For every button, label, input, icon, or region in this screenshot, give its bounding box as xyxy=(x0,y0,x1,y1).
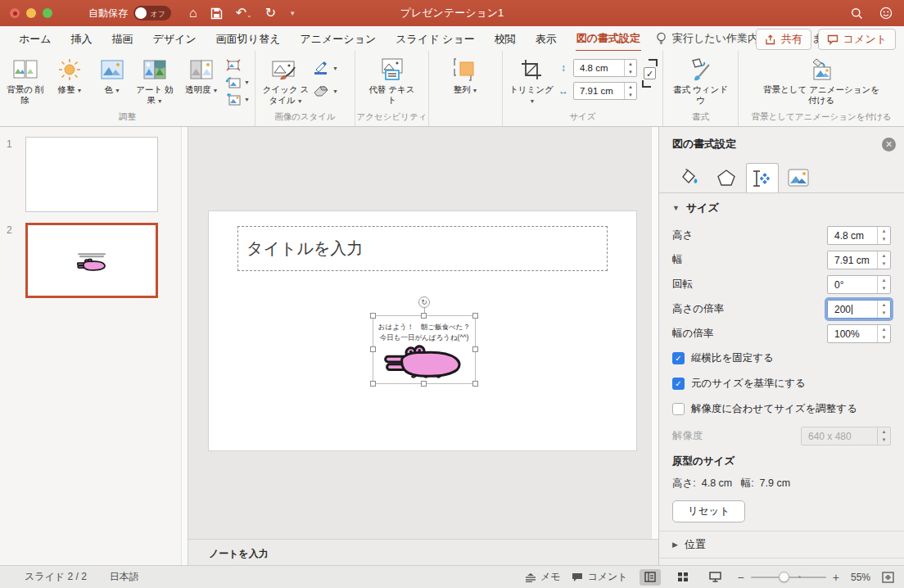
height-value[interactable]: 4.8 cm xyxy=(828,227,877,244)
tab-picture-format[interactable]: 図の書式設定 xyxy=(576,26,641,52)
shape-width-field[interactable]: 7.91 cm ▲▼ xyxy=(573,82,637,100)
resize-handle-ne[interactable] xyxy=(472,313,478,319)
zoom-in-button[interactable]: + xyxy=(833,571,839,584)
width-value[interactable]: 7.91 cm xyxy=(828,251,877,269)
best-scale-row[interactable]: 解像度に合わせてサイズを調整する xyxy=(659,396,904,422)
change-picture-button[interactable]: ▼ xyxy=(226,75,250,89)
title-placeholder[interactable]: タイトルを入力 xyxy=(237,226,608,271)
redo-button[interactable]: ↻ xyxy=(265,7,276,20)
language-indicator[interactable]: 日本語 xyxy=(110,570,139,584)
rotation-field[interactable]: 0° ▲▼ xyxy=(827,275,891,294)
rotation-handle[interactable]: ↻ xyxy=(418,296,430,308)
zoom-out-button[interactable]: − xyxy=(738,571,744,584)
animate-as-background-button[interactable]: 背景として アニメーションを付ける xyxy=(760,56,883,106)
slide-1-thumbnail[interactable] xyxy=(25,137,158,212)
editor-scrollbar[interactable] xyxy=(651,127,658,539)
scale-height-stepper[interactable]: ▲▼ xyxy=(877,301,890,318)
resize-handle-s[interactable] xyxy=(421,381,427,387)
crop-button[interactable]: トリミング▼ xyxy=(508,56,555,106)
tab-slideshow[interactable]: スライド ショー xyxy=(395,27,475,51)
account-icon[interactable] xyxy=(879,7,893,20)
lock-aspect-ratio-row[interactable]: ✓ 縦横比を固定する xyxy=(659,346,904,371)
save-icon[interactable] xyxy=(210,7,223,20)
notes-toggle[interactable]: メモ xyxy=(525,570,561,584)
art-effects-button[interactable]: アート 効果▼ xyxy=(132,56,177,106)
lock-aspect-ratio-checkbox[interactable]: ✓ xyxy=(672,352,685,364)
resize-handle-e[interactable] xyxy=(472,346,478,352)
maximize-window-button[interactable] xyxy=(43,8,52,18)
scale-width-stepper[interactable]: ▲▼ xyxy=(877,325,890,342)
arrange-button[interactable]: 整列▼ xyxy=(441,56,491,95)
scale-height-field[interactable]: 200 ▲▼ xyxy=(827,300,891,319)
slideshow-view-button[interactable] xyxy=(705,569,726,586)
shape-height-field[interactable]: 4.8 cm ▲▼ xyxy=(573,59,637,77)
thumbnail-scrollbar[interactable] xyxy=(181,127,188,565)
scale-width-value[interactable]: 100% xyxy=(828,325,877,342)
scale-height-value[interactable]: 200 xyxy=(828,301,877,318)
resize-handle-sw[interactable] xyxy=(370,381,376,387)
rotation-value[interactable]: 0° xyxy=(828,276,877,293)
shape-height-stepper[interactable]: ▲▼ xyxy=(624,60,636,76)
tab-review[interactable]: 校閲 xyxy=(494,27,517,51)
width-field[interactable]: 7.91 cm ▲▼ xyxy=(827,251,891,269)
height-stepper[interactable]: ▲▼ xyxy=(877,227,890,244)
background-removal-button[interactable]: 背景の 削除 xyxy=(5,56,46,106)
reset-button[interactable]: リセット xyxy=(672,500,745,522)
compress-pictures-button[interactable] xyxy=(226,57,250,72)
undo-button[interactable]: ↶⌄ xyxy=(236,7,252,20)
pane-tab-effects[interactable] xyxy=(710,163,743,192)
tab-insert[interactable]: 挿入 xyxy=(70,27,93,51)
notes-pane[interactable]: ノートを入力 xyxy=(188,539,658,565)
picture-effects-button[interactable]: ▼ xyxy=(313,84,338,98)
zoom-slider-knob[interactable] xyxy=(779,572,789,582)
slide-2-thumbnail[interactable] xyxy=(25,223,158,298)
pane-tab-picture[interactable] xyxy=(782,163,815,192)
comments-button[interactable]: コメント xyxy=(818,29,896,50)
slide-sorter-view-button[interactable] xyxy=(672,569,694,586)
tab-view[interactable]: 表示 xyxy=(535,27,558,51)
relative-to-original-checkbox[interactable]: ✓ xyxy=(672,378,685,390)
position-section-header[interactable]: ▶ 位置 xyxy=(659,531,904,558)
resize-handle-n[interactable] xyxy=(421,313,427,319)
relative-to-original-row[interactable]: ✓ 元のサイズを基準にする xyxy=(659,371,904,396)
format-pane-button[interactable]: 書式 ウィンドウ xyxy=(672,56,730,106)
close-window-button[interactable] xyxy=(10,8,20,18)
slide-canvas[interactable]: タイトルを入力 ↻ おはよう！ 朝ご飯食べた？ 今日も一日がんばろうね(^^) xyxy=(209,211,636,450)
tab-draw[interactable]: 描画 xyxy=(111,27,134,51)
tab-home[interactable]: ホーム xyxy=(18,27,52,51)
zoom-slider-track[interactable] xyxy=(751,577,826,578)
transparency-button[interactable]: 透明度▼ xyxy=(179,56,224,95)
minimize-window-button[interactable] xyxy=(26,8,36,18)
fit-to-window-button[interactable] xyxy=(882,572,894,583)
search-icon[interactable] xyxy=(851,7,863,20)
shape-height-value[interactable]: 4.8 cm xyxy=(574,60,624,76)
shape-width-stepper[interactable]: ▲▼ xyxy=(624,83,636,99)
height-field[interactable]: 4.8 cm ▲▼ xyxy=(827,226,891,245)
lock-aspect-checkbox[interactable]: ✓ xyxy=(644,67,656,79)
resize-handle-nw[interactable] xyxy=(370,313,376,319)
color-button[interactable]: 色▼ xyxy=(94,56,130,95)
lock-aspect-ratio-control[interactable]: ✓ xyxy=(642,56,658,88)
share-button[interactable]: 共有 xyxy=(756,29,811,50)
zoom-percentage[interactable]: 55% xyxy=(851,572,870,583)
tab-animations[interactable]: アニメーション xyxy=(299,27,377,51)
quick-styles-button[interactable]: クイック スタイル▼ xyxy=(260,56,311,106)
corrections-button[interactable]: 修整▼ xyxy=(47,56,93,95)
shape-width-value[interactable]: 7.91 cm xyxy=(574,83,624,99)
selected-picture[interactable]: ↻ おはよう！ 朝ご飯食べた？ 今日も一日がんばろうね(^^) xyxy=(373,315,476,384)
scale-width-field[interactable]: 100% ▲▼ xyxy=(827,324,891,343)
tab-design[interactable]: デザイン xyxy=(152,27,197,51)
normal-view-button[interactable] xyxy=(640,569,661,586)
tab-transitions[interactable]: 画面切り替え xyxy=(215,27,282,51)
autosave-toggle[interactable]: オフ xyxy=(133,6,171,20)
picture-border-button[interactable]: ▼ xyxy=(313,61,338,75)
pane-tab-fill-line[interactable] xyxy=(674,163,707,192)
alt-text-button[interactable]: 代替 テキスト xyxy=(367,56,418,106)
reset-picture-button[interactable]: ▼ xyxy=(226,92,250,106)
comments-toggle[interactable]: コメント xyxy=(572,570,627,584)
rotation-stepper[interactable]: ▲▼ xyxy=(877,276,890,293)
resize-handle-w[interactable] xyxy=(370,346,376,352)
best-scale-checkbox[interactable] xyxy=(672,403,685,415)
pane-tab-size-properties[interactable] xyxy=(746,163,779,192)
width-stepper[interactable]: ▲▼ xyxy=(877,251,890,269)
